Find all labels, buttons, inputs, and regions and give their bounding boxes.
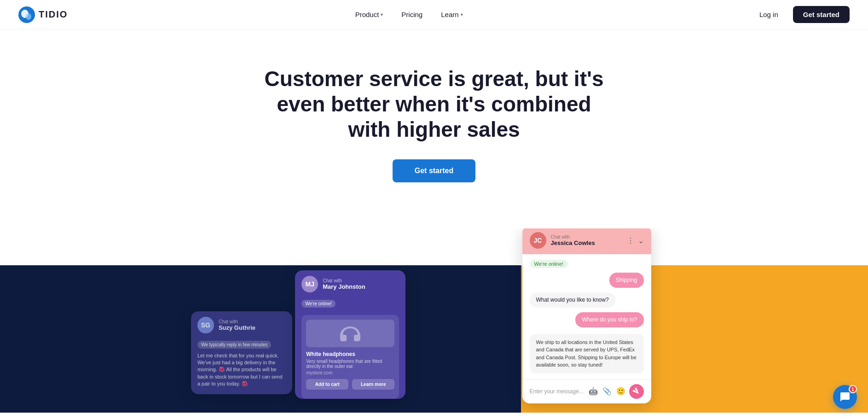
- chevron-down-icon[interactable]: ⌄: [638, 236, 644, 245]
- bubble-response: We ship to all locations in the United S…: [530, 334, 644, 373]
- chevron-down-icon: ▾: [461, 12, 463, 17]
- avatar-jessica: JC: [530, 232, 546, 249]
- hero-section: Customer service is great, but it's even…: [0, 29, 868, 201]
- avatar-suzy: SG: [197, 317, 214, 333]
- chat-widget-jessica: JC Chat with Jessica Cowles ⋮ ⌄ We're on…: [522, 228, 651, 403]
- nav-center: Product ▾ Pricing Learn ▾: [348, 7, 470, 22]
- product-card: White headphones Very small headphones t…: [301, 315, 399, 399]
- emoji-icon[interactable]: 🙂: [616, 387, 625, 396]
- online-badge-suzy: We typically reply in few minutes: [197, 341, 271, 349]
- chat-widget-suzy: SG Chat with Suzy Guthrie We typically r…: [191, 311, 292, 394]
- jessica-body: We're online! Shipping What would you li…: [522, 254, 651, 379]
- online-badge-mary: We're online!: [301, 300, 336, 308]
- attachment-icon[interactable]: 📎: [602, 387, 612, 396]
- jessica-input-area: Enter your message... 🤖 📎 🙂: [522, 379, 651, 403]
- learn-more-btn[interactable]: Learn more: [352, 379, 394, 390]
- bubble-shipping: Shipping: [609, 273, 644, 288]
- emoji-bot-icon[interactable]: 🤖: [589, 387, 598, 396]
- widget-header-suzy: SG Chat with Suzy Guthrie: [191, 311, 292, 337]
- message-input-placeholder[interactable]: Enter your message...: [530, 388, 585, 395]
- nav-right: Log in Get started: [750, 6, 850, 23]
- bubble-where: Where do you ship to?: [575, 312, 643, 327]
- logo-text: TIDIO: [39, 9, 68, 20]
- logo[interactable]: TIDIO: [18, 6, 68, 23]
- navbar: TIDIO Product ▾ Pricing Learn ▾ Log in G…: [0, 0, 868, 29]
- svg-point-2: [26, 13, 31, 20]
- headphones-icon: [339, 324, 362, 343]
- login-button[interactable]: Log in: [750, 7, 787, 22]
- send-button[interactable]: [629, 384, 644, 399]
- chat-bubble-icon: [839, 391, 851, 402]
- chevron-down-icon: ▾: [381, 12, 383, 17]
- widget-header-mary: MJ Chat with Mary Johnston: [295, 270, 405, 296]
- tidio-logo-icon: [18, 6, 35, 23]
- nav-learn[interactable]: Learn ▾: [434, 7, 470, 22]
- more-options-icon[interactable]: ⋮: [627, 236, 634, 245]
- add-to-cart-btn[interactable]: Add to cart: [306, 379, 348, 390]
- notification-badge: 1: [849, 385, 857, 393]
- live-chat-bubble[interactable]: 1: [833, 385, 857, 409]
- widget-header-actions: ⋮ ⌄: [627, 236, 644, 245]
- get-started-nav-button[interactable]: Get started: [793, 6, 850, 23]
- avatar-mary: MJ: [301, 276, 318, 292]
- nav-pricing[interactable]: Pricing: [394, 7, 430, 22]
- hero-title: Customer service is great, but it's even…: [259, 66, 609, 143]
- online-badge-jessica: We're online!: [530, 260, 568, 268]
- hero-title-bold: even better: [277, 92, 389, 116]
- send-icon: [631, 386, 642, 397]
- nav-product[interactable]: Product ▾: [348, 7, 391, 22]
- widget-header-jessica: JC Chat with Jessica Cowles ⋮ ⌄: [522, 228, 651, 255]
- bubble-question: What would you like to know?: [530, 292, 615, 308]
- get-started-hero-button[interactable]: Get started: [393, 159, 475, 182]
- chat-widget-mary: MJ Chat with Mary Johnston We're online!…: [295, 270, 405, 399]
- hero-visual: SG Chat with Suzy Guthrie We typically r…: [0, 228, 868, 413]
